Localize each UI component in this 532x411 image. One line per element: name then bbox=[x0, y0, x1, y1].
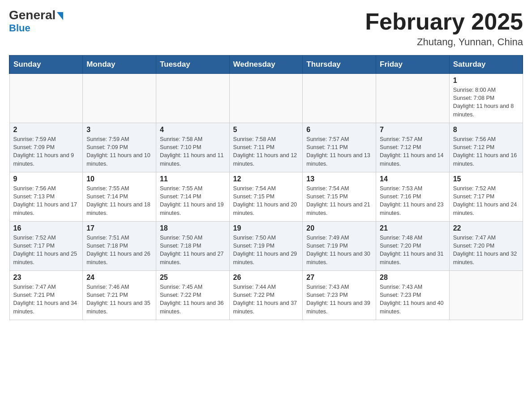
column-header-sunday: Sunday bbox=[9, 56, 83, 74]
day-info: Sunrise: 7:49 AMSunset: 7:19 PMDaylight:… bbox=[306, 234, 372, 266]
calendar-cell bbox=[449, 271, 523, 320]
day-info: Sunrise: 7:59 AMSunset: 7:09 PMDaylight:… bbox=[86, 135, 152, 168]
day-info: Sunrise: 7:52 AMSunset: 7:17 PMDaylight:… bbox=[13, 234, 79, 266]
day-number: 15 bbox=[453, 175, 519, 183]
calendar-cell: 21Sunrise: 7:48 AMSunset: 7:20 PMDayligh… bbox=[376, 222, 450, 271]
calendar-cell: 28Sunrise: 7:43 AMSunset: 7:23 PMDayligh… bbox=[376, 271, 450, 320]
calendar-cell: 14Sunrise: 7:53 AMSunset: 7:16 PMDayligh… bbox=[376, 172, 450, 222]
day-info: Sunrise: 7:51 AMSunset: 7:18 PMDaylight:… bbox=[86, 234, 152, 266]
day-info: Sunrise: 7:56 AMSunset: 7:12 PMDaylight:… bbox=[453, 135, 519, 168]
day-number: 1 bbox=[453, 77, 519, 85]
calendar-cell: 24Sunrise: 7:46 AMSunset: 7:21 PMDayligh… bbox=[83, 271, 156, 320]
day-info: Sunrise: 7:45 AMSunset: 7:22 PMDaylight:… bbox=[160, 283, 226, 316]
calendar-table: SundayMondayTuesdayWednesdayThursdayFrid… bbox=[9, 55, 523, 320]
day-info: Sunrise: 7:46 AMSunset: 7:21 PMDaylight:… bbox=[86, 283, 152, 316]
day-number: 19 bbox=[233, 224, 299, 232]
calendar-cell: 25Sunrise: 7:45 AMSunset: 7:22 PMDayligh… bbox=[156, 271, 229, 320]
day-info: Sunrise: 7:50 AMSunset: 7:18 PMDaylight:… bbox=[160, 234, 226, 266]
day-info: Sunrise: 7:47 AMSunset: 7:20 PMDaylight:… bbox=[453, 234, 519, 266]
calendar-cell bbox=[376, 74, 450, 123]
day-info: Sunrise: 7:43 AMSunset: 7:23 PMDaylight:… bbox=[380, 283, 446, 316]
calendar-cell: 23Sunrise: 7:47 AMSunset: 7:21 PMDayligh… bbox=[9, 271, 83, 320]
column-header-tuesday: Tuesday bbox=[156, 56, 229, 74]
day-info: Sunrise: 7:56 AMSunset: 7:13 PMDaylight:… bbox=[13, 184, 79, 217]
day-number: 8 bbox=[453, 126, 519, 134]
day-number: 5 bbox=[233, 126, 299, 134]
day-number: 14 bbox=[380, 175, 446, 183]
column-header-thursday: Thursday bbox=[303, 56, 376, 74]
day-number: 13 bbox=[306, 175, 372, 183]
day-number: 25 bbox=[160, 274, 226, 282]
column-header-saturday: Saturday bbox=[449, 56, 523, 74]
day-number: 4 bbox=[160, 126, 226, 134]
day-info: Sunrise: 7:57 AMSunset: 7:11 PMDaylight:… bbox=[306, 135, 372, 168]
day-info: Sunrise: 7:58 AMSunset: 7:10 PMDaylight:… bbox=[160, 135, 226, 168]
day-number: 18 bbox=[160, 224, 226, 232]
column-header-monday: Monday bbox=[83, 56, 156, 74]
day-number: 22 bbox=[453, 224, 519, 232]
day-number: 12 bbox=[233, 175, 299, 183]
calendar-cell: 9Sunrise: 7:56 AMSunset: 7:13 PMDaylight… bbox=[9, 172, 83, 222]
calendar-header-row: SundayMondayTuesdayWednesdayThursdayFrid… bbox=[9, 56, 523, 74]
calendar-cell: 12Sunrise: 7:54 AMSunset: 7:15 PMDayligh… bbox=[229, 172, 303, 222]
day-number: 21 bbox=[380, 224, 446, 232]
logo: General Blue bbox=[9, 9, 63, 34]
calendar-week-4: 16Sunrise: 7:52 AMSunset: 7:17 PMDayligh… bbox=[9, 222, 523, 271]
calendar-cell bbox=[83, 74, 156, 123]
logo-blue-text: Blue bbox=[9, 22, 30, 34]
day-info: Sunrise: 7:58 AMSunset: 7:11 PMDaylight:… bbox=[233, 135, 299, 168]
day-info: Sunrise: 7:47 AMSunset: 7:21 PMDaylight:… bbox=[13, 283, 79, 316]
calendar-cell: 20Sunrise: 7:49 AMSunset: 7:19 PMDayligh… bbox=[303, 222, 376, 271]
day-info: Sunrise: 7:55 AMSunset: 7:14 PMDaylight:… bbox=[160, 184, 226, 217]
calendar-cell: 15Sunrise: 7:52 AMSunset: 7:17 PMDayligh… bbox=[449, 172, 523, 222]
page-header: General Blue February 2025 Zhutang, Yunn… bbox=[9, 9, 523, 48]
title-section: February 2025 Zhutang, Yunnan, China bbox=[365, 9, 523, 48]
day-number: 20 bbox=[306, 224, 372, 232]
day-number: 28 bbox=[380, 274, 446, 282]
month-title: February 2025 bbox=[365, 9, 523, 34]
calendar-week-2: 2Sunrise: 7:59 AMSunset: 7:09 PMDaylight… bbox=[9, 123, 523, 172]
day-number: 3 bbox=[86, 126, 152, 134]
day-info: Sunrise: 7:57 AMSunset: 7:12 PMDaylight:… bbox=[380, 135, 446, 168]
day-number: 10 bbox=[86, 175, 152, 183]
calendar-cell: 2Sunrise: 7:59 AMSunset: 7:09 PMDaylight… bbox=[9, 123, 83, 172]
calendar-cell: 4Sunrise: 7:58 AMSunset: 7:10 PMDaylight… bbox=[156, 123, 229, 172]
calendar-week-1: 1Sunrise: 8:00 AMSunset: 7:08 PMDaylight… bbox=[9, 74, 523, 123]
calendar-cell: 7Sunrise: 7:57 AMSunset: 7:12 PMDaylight… bbox=[376, 123, 450, 172]
calendar-cell: 1Sunrise: 8:00 AMSunset: 7:08 PMDaylight… bbox=[449, 74, 523, 123]
day-info: Sunrise: 7:50 AMSunset: 7:19 PMDaylight:… bbox=[233, 234, 299, 266]
calendar-cell: 26Sunrise: 7:44 AMSunset: 7:22 PMDayligh… bbox=[229, 271, 303, 320]
calendar-week-3: 9Sunrise: 7:56 AMSunset: 7:13 PMDaylight… bbox=[9, 172, 523, 222]
calendar-cell: 27Sunrise: 7:43 AMSunset: 7:23 PMDayligh… bbox=[303, 271, 376, 320]
day-info: Sunrise: 7:55 AMSunset: 7:14 PMDaylight:… bbox=[86, 184, 152, 217]
day-info: Sunrise: 7:54 AMSunset: 7:15 PMDaylight:… bbox=[306, 184, 372, 217]
day-number: 2 bbox=[13, 126, 79, 134]
day-number: 24 bbox=[86, 274, 152, 282]
day-info: Sunrise: 7:48 AMSunset: 7:20 PMDaylight:… bbox=[380, 234, 446, 266]
day-number: 26 bbox=[233, 274, 299, 282]
day-info: Sunrise: 7:54 AMSunset: 7:15 PMDaylight:… bbox=[233, 184, 299, 217]
day-number: 23 bbox=[13, 274, 79, 282]
calendar-cell: 17Sunrise: 7:51 AMSunset: 7:18 PMDayligh… bbox=[83, 222, 156, 271]
calendar-cell: 11Sunrise: 7:55 AMSunset: 7:14 PMDayligh… bbox=[156, 172, 229, 222]
calendar-cell: 18Sunrise: 7:50 AMSunset: 7:18 PMDayligh… bbox=[156, 222, 229, 271]
day-info: Sunrise: 7:52 AMSunset: 7:17 PMDaylight:… bbox=[453, 184, 519, 217]
calendar-cell: 5Sunrise: 7:58 AMSunset: 7:11 PMDaylight… bbox=[229, 123, 303, 172]
calendar-cell: 22Sunrise: 7:47 AMSunset: 7:20 PMDayligh… bbox=[449, 222, 523, 271]
calendar-cell bbox=[229, 74, 303, 123]
day-number: 7 bbox=[380, 126, 446, 134]
calendar-week-5: 23Sunrise: 7:47 AMSunset: 7:21 PMDayligh… bbox=[9, 271, 523, 320]
day-number: 16 bbox=[13, 224, 79, 232]
column-header-friday: Friday bbox=[376, 56, 450, 74]
calendar-cell: 16Sunrise: 7:52 AMSunset: 7:17 PMDayligh… bbox=[9, 222, 83, 271]
day-info: Sunrise: 7:59 AMSunset: 7:09 PMDaylight:… bbox=[13, 135, 79, 168]
calendar-cell: 3Sunrise: 7:59 AMSunset: 7:09 PMDaylight… bbox=[83, 123, 156, 172]
calendar-cell: 19Sunrise: 7:50 AMSunset: 7:19 PMDayligh… bbox=[229, 222, 303, 271]
calendar-cell: 13Sunrise: 7:54 AMSunset: 7:15 PMDayligh… bbox=[303, 172, 376, 222]
day-number: 6 bbox=[306, 126, 372, 134]
day-info: Sunrise: 7:44 AMSunset: 7:22 PMDaylight:… bbox=[233, 283, 299, 316]
location-text: Zhutang, Yunnan, China bbox=[365, 36, 523, 48]
logo-general-text: General bbox=[9, 9, 63, 21]
calendar-cell bbox=[156, 74, 229, 123]
calendar-cell: 6Sunrise: 7:57 AMSunset: 7:11 PMDaylight… bbox=[303, 123, 376, 172]
